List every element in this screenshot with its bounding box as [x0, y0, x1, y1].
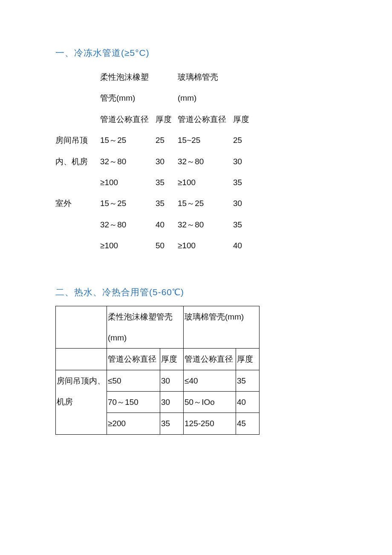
table-row: 管道公称直径 厚度 管道公称直径 厚度 [55, 109, 255, 130]
cell: 30 [233, 151, 255, 172]
cell: 30 [160, 392, 184, 413]
col-group-rubber: 柔性泡沫橡塑管壳(mm) [100, 67, 156, 109]
cell: 32～80 [178, 151, 233, 172]
cell: 30 [160, 370, 184, 391]
cell: 35 [160, 413, 184, 434]
table-row: 柔性泡沫橡塑管壳(mm) 玻璃棉管壳(mm) [56, 306, 259, 349]
col-group-glass: 玻璃棉管壳(mm) [178, 67, 233, 109]
table-row: 房间吊顶内、机房 ≤50 30 ≤40 35 [56, 370, 259, 391]
table-row: 房间吊顶内、机房 15～25 25 15~25 25 [55, 130, 255, 151]
cell: 40 [233, 235, 255, 256]
cell: 15~25 [178, 130, 233, 151]
cell: 30 [233, 193, 255, 214]
cell: 35 [233, 172, 255, 193]
cell: ≥100 [178, 172, 233, 193]
cell: 45 [236, 413, 259, 434]
location-outdoor: 室外 [55, 193, 100, 256]
cell: ≥100 [100, 235, 156, 256]
col-group-rubber: 柔性泡沫橡塑管壳(mm) [107, 306, 184, 349]
sub-col-diameter: 管道公称直径 [107, 349, 160, 370]
sub-col-diameter: 管道公称直径 [100, 109, 156, 130]
table-cold-water: 柔性泡沫橡塑管壳(mm) 玻璃棉管壳(mm) 管道公称直径 厚度 管道公称直径 … [55, 67, 255, 256]
cell: 25 [233, 130, 255, 151]
cell: 15～25 [100, 130, 156, 151]
sub-col-thickness: 厚度 [156, 109, 178, 130]
cell: 125-250 [184, 413, 236, 434]
section1-title: 一、冷冻水管道(≥5°C) [55, 47, 337, 59]
cell: ≤50 [107, 370, 160, 391]
section2-title: 二、热水、冷热合用管(5-60℃) [55, 286, 337, 298]
sub-col-thickness: 厚度 [233, 109, 255, 130]
cell: 35 [156, 172, 178, 193]
sub-col-diameter: 管道公称直径 [178, 109, 233, 130]
cell: 32～80 [100, 151, 156, 172]
cell: 32～80 [178, 214, 233, 235]
location-indoor: 房间吊顶内、机房 [55, 130, 100, 193]
cell: 30 [156, 151, 178, 172]
table-row: 室外 15～25 35 15～25 30 [55, 193, 255, 214]
cell: ≥100 [100, 172, 156, 193]
table-row: 柔性泡沫橡塑管壳(mm) 玻璃棉管壳(mm) [55, 67, 255, 109]
cell: 50 [156, 235, 178, 256]
cell: 35 [233, 214, 255, 235]
location-indoor: 房间吊顶内、机房 [56, 370, 107, 434]
cell: ≤40 [184, 370, 236, 391]
table-hot-water: 柔性泡沫橡塑管壳(mm) 玻璃棉管壳(mm) 管道公称直径 厚度 管道公称直径 … [55, 306, 259, 435]
cell: 35 [236, 370, 259, 391]
cell: 40 [156, 214, 178, 235]
sub-col-diameter: 管道公称直径 [184, 349, 236, 370]
cell: 25 [156, 130, 178, 151]
cell: ≥100 [178, 235, 233, 256]
table-row: 管道公称直径 厚度 管道公称直径 厚度 [56, 349, 259, 370]
cell: 15～25 [100, 193, 156, 214]
sub-col-thickness: 厚度 [236, 349, 259, 370]
cell: 15～25 [178, 193, 233, 214]
cell: 32～80 [100, 214, 156, 235]
cell: 35 [156, 193, 178, 214]
col-group-glass: 玻璃棉管壳(mm) [184, 306, 259, 349]
sub-col-thickness: 厚度 [160, 349, 184, 370]
cell: ≥200 [107, 413, 160, 434]
cell: 70～150 [107, 392, 160, 413]
cell: 50～IOo [184, 392, 236, 413]
cell: 40 [236, 392, 259, 413]
